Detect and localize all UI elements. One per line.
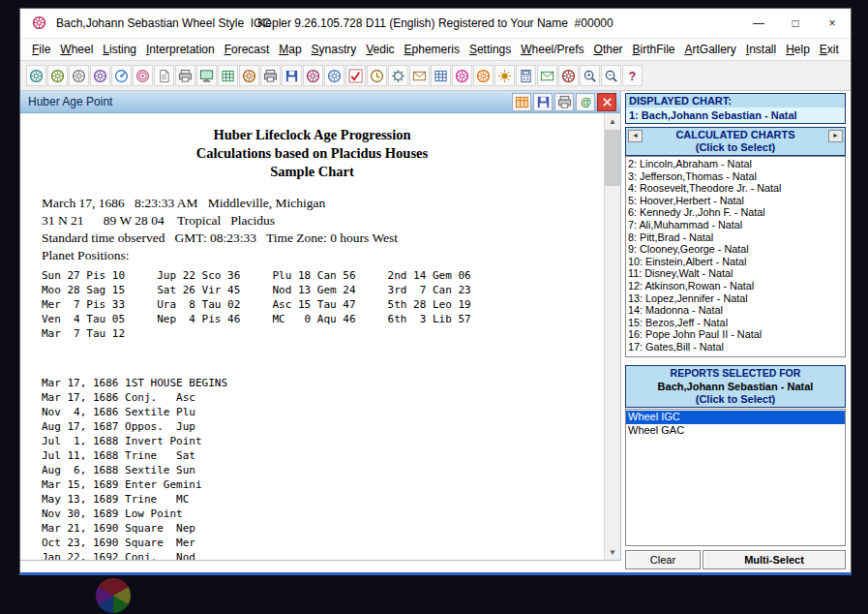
menu-item-other[interactable]: Other xyxy=(594,43,623,56)
wheel-magenta-icon[interactable] xyxy=(452,65,472,86)
biwheel-icon[interactable] xyxy=(133,65,153,86)
natal-wheel-icon[interactable] xyxy=(26,65,46,86)
calculated-chart-item[interactable]: 7: Ali,Muhammad - Natal xyxy=(628,219,844,231)
calculated-chart-item[interactable]: 15: Bezos,Jeff - Natal xyxy=(628,317,844,329)
settings-gear-icon[interactable] xyxy=(388,65,408,86)
report-item[interactable]: Wheel IGC xyxy=(626,411,845,424)
wheel-rose-icon[interactable] xyxy=(303,65,323,86)
calculated-chart-item[interactable]: 4: Roosevelt,Theodore Jr. - Natal xyxy=(628,182,844,195)
email-icon[interactable] xyxy=(409,65,430,86)
age-point-event-row: May 13, 1689 Trine MC xyxy=(42,492,604,507)
calculated-chart-item[interactable]: 12: Atkinson,Rowan - Natal xyxy=(628,280,844,292)
send-mail-icon[interactable] xyxy=(537,65,557,86)
close-report-icon[interactable] xyxy=(597,93,616,111)
table-grid-icon[interactable] xyxy=(431,65,451,86)
wheel-red-icon[interactable] xyxy=(558,65,579,86)
chart-info-line: March 17, 1686 8:23:33 AM Middleville, M… xyxy=(42,195,604,212)
reports-list[interactable]: Wheel IGCWheel GAC xyxy=(625,409,846,546)
calculated-chart-item[interactable]: 14: Madonna - Natal xyxy=(628,304,844,317)
wheel-orange-icon[interactable] xyxy=(239,65,259,86)
print-icon[interactable] xyxy=(175,65,195,86)
print-preview-icon[interactable] xyxy=(260,65,281,86)
calculated-chart-item[interactable]: 11: Disney,Walt - Natal xyxy=(628,267,844,280)
sidebar: DISPLAYED CHART: 1: Bach,Johann Sebastia… xyxy=(621,91,851,572)
menu-item-forecast[interactable]: Forecast xyxy=(224,43,270,56)
menu-item-install[interactable]: Install xyxy=(746,43,776,56)
titlebar: Bach,Johann Sebastian Wheel Style IGC Ke… xyxy=(20,9,851,38)
menu-item-listing[interactable]: Listing xyxy=(103,43,136,56)
print-report-icon[interactable] xyxy=(554,93,574,111)
menu-item-map[interactable]: Map xyxy=(279,43,301,56)
scroll-right-icon[interactable]: ► xyxy=(828,130,843,142)
time-clock-icon[interactable] xyxy=(367,65,387,86)
calculated-chart-item[interactable]: 13: Lopez,Jennifer - Natal xyxy=(628,292,844,305)
wheel-blue-icon[interactable] xyxy=(324,65,344,86)
menu-item-artgallery[interactable]: ArtGallery xyxy=(685,43,736,56)
menu-item-ephemeris[interactable]: Ephemeris xyxy=(404,43,460,56)
aspect-grid-icon[interactable] xyxy=(218,65,238,86)
minimize-button[interactable]: — xyxy=(740,9,777,38)
sun-icon[interactable] xyxy=(494,65,515,86)
svg-text:@: @ xyxy=(581,96,591,107)
maximize-button[interactable]: □ xyxy=(777,9,814,38)
wheel-purple-icon[interactable] xyxy=(90,65,110,86)
scroll-left-icon[interactable]: ◄ xyxy=(628,130,643,142)
calculated-chart-item[interactable]: 17: Gates,Bill - Natal xyxy=(628,341,844,353)
age-point-event-row: Aug 6, 1688 Sextile Sun xyxy=(42,463,604,477)
report-item[interactable]: Wheel GAC xyxy=(626,424,845,438)
calculated-chart-item[interactable]: 2: Lincoln,Abraham - Natal xyxy=(628,158,844,170)
menu-item-help[interactable]: Help xyxy=(786,43,810,56)
app-icon xyxy=(32,15,47,31)
menu-item-wheel[interactable]: Wheel xyxy=(60,43,93,56)
screen-view-icon[interactable] xyxy=(196,65,217,86)
report-title-line: Huber Lifeclock Age Progression xyxy=(20,126,604,144)
save-icon[interactable] xyxy=(282,65,302,86)
select-check-icon[interactable] xyxy=(345,65,366,86)
displayed-chart-entry[interactable]: 1: Bach,Johann Sebastian - Natal xyxy=(626,107,845,123)
menu-item-exit[interactable]: Exit xyxy=(820,43,839,56)
reports-title: REPORTS SELECTED FOR xyxy=(626,367,845,380)
multi-select-button[interactable]: Multi-Select xyxy=(703,550,846,569)
calculated-chart-item[interactable]: 9: Clooney,George - Natal xyxy=(628,243,844,256)
calculated-chart-item[interactable]: 3: Jefferson,Thomas - Natal xyxy=(628,170,844,183)
menu-item-wheel-prefs[interactable]: Wheel/Prefs xyxy=(521,43,584,56)
close-button[interactable]: × xyxy=(814,9,851,38)
panel-toolbar: @ xyxy=(512,93,616,111)
planet-position-row: Sun 27 Pis 10 Jup 22 Sco 36 Plu 18 Can 5… xyxy=(42,268,604,283)
report-sample-line: Sample Chart xyxy=(20,163,604,181)
calculated-charts-list[interactable]: 2: Lincoln,Abraham - Natal3: Jefferson,T… xyxy=(625,156,846,357)
wheel-style-icon[interactable] xyxy=(47,65,68,86)
report-page-icon[interactable] xyxy=(154,65,174,86)
clear-button[interactable]: Clear xyxy=(625,550,701,569)
email-report-icon[interactable]: @ xyxy=(576,93,595,111)
menu-item-settings[interactable]: Settings xyxy=(469,43,511,56)
save-report-icon[interactable] xyxy=(533,93,553,111)
calculated-chart-item[interactable]: 5: Hoover,Herbert - Natal xyxy=(628,195,844,207)
panel-title: Huber Age Point xyxy=(28,95,112,108)
wheel-bw-icon[interactable] xyxy=(69,65,89,86)
help-icon[interactable]: ? xyxy=(622,65,643,86)
zoom-out-icon[interactable]: − xyxy=(601,65,621,86)
calculated-chart-item[interactable]: 16: Pope John Paul II - Natal xyxy=(628,328,844,341)
planet-position-row: Mar 7 Tau 12 xyxy=(42,326,604,341)
float-window-icon[interactable] xyxy=(512,93,531,111)
menu-item-birthfile[interactable]: BirthFile xyxy=(633,43,675,56)
calculator-icon[interactable] xyxy=(516,65,536,86)
vertical-scrollbar[interactable]: ▲ ▼ xyxy=(604,113,620,560)
menu-item-synastry[interactable]: Synastry xyxy=(312,43,357,56)
scroll-track[interactable] xyxy=(605,187,620,544)
calculated-chart-item[interactable]: 10: Einstein,Albert - Natal xyxy=(628,256,844,268)
dial-icon[interactable] xyxy=(111,65,132,86)
wheel-amber-icon[interactable] xyxy=(473,65,494,86)
calculated-chart-item[interactable]: 8: Pitt,Brad - Natal xyxy=(628,231,844,244)
scroll-thumb[interactable] xyxy=(605,130,620,186)
kepler-logo xyxy=(96,578,131,613)
scroll-up-icon[interactable]: ▲ xyxy=(605,113,620,129)
scroll-down-icon[interactable]: ▼ xyxy=(605,544,620,560)
menu-item-interpretation[interactable]: Interpretation xyxy=(146,43,215,56)
menu-item-file[interactable]: File xyxy=(32,43,50,56)
age-point-event-row: Jan 22, 1692 Conj. Nod xyxy=(42,550,604,560)
menu-item-vedic[interactable]: Vedic xyxy=(366,43,394,56)
calculated-chart-item[interactable]: 6: Kennedy Jr.,John F. - Natal xyxy=(628,206,844,219)
zoom-in-icon[interactable]: + xyxy=(580,65,600,86)
